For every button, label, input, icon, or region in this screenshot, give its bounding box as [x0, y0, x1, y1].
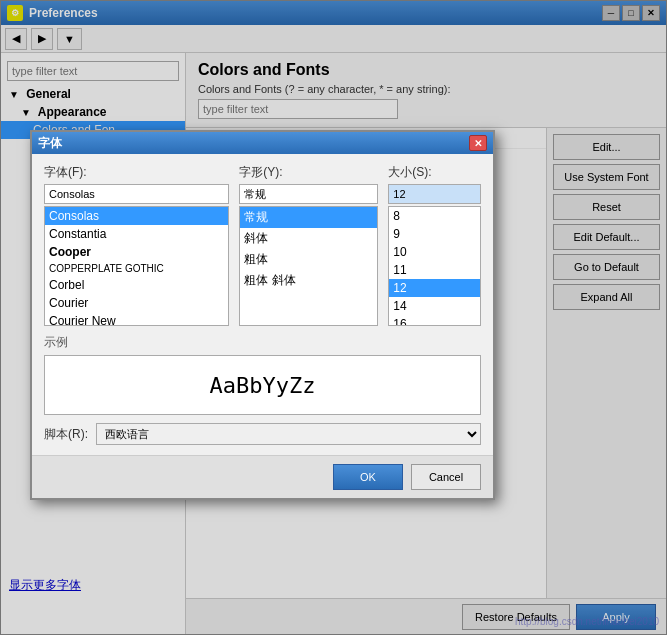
dialog-body: 字体(F): Consolas Constantia Cooper COPPER…: [32, 154, 493, 455]
dialog-title: 字体: [38, 135, 62, 152]
list-item[interactable]: Courier New: [45, 312, 228, 326]
font-size-input[interactable]: [388, 184, 481, 204]
list-item[interactable]: 10: [389, 243, 480, 261]
ok-button[interactable]: OK: [333, 464, 403, 490]
font-style-label: 字形(Y):: [239, 164, 378, 181]
list-item[interactable]: Cooper: [45, 243, 228, 261]
list-item[interactable]: 常规: [240, 207, 377, 228]
font-size-label: 大小(S):: [388, 164, 481, 181]
font-family-column: 字体(F): Consolas Constantia Cooper COPPER…: [44, 164, 229, 326]
font-fields-row: 字体(F): Consolas Constantia Cooper COPPER…: [44, 164, 481, 326]
list-item[interactable]: 14: [389, 297, 480, 315]
list-item[interactable]: 9: [389, 225, 480, 243]
list-item[interactable]: 11: [389, 261, 480, 279]
dialog-overlay: 字体 ✕ 字体(F): Consolas Constantia Cooper C…: [0, 0, 667, 635]
font-style-list[interactable]: 常规 斜体 粗体 粗体 斜体: [239, 206, 378, 326]
font-family-input[interactable]: [44, 184, 229, 204]
preview-label: 示例: [44, 334, 481, 351]
font-size-column: 大小(S): 8 9 10 11 12 14 16: [388, 164, 481, 326]
preview-section: 示例 AaBbYyZz: [44, 334, 481, 415]
font-family-list[interactable]: Consolas Constantia Cooper COPPERPLATE G…: [44, 206, 229, 326]
list-item[interactable]: Consolas: [45, 207, 228, 225]
list-item[interactable]: 斜体: [240, 228, 377, 249]
dialog-title-bar: 字体 ✕: [32, 132, 493, 154]
cancel-button[interactable]: Cancel: [411, 464, 481, 490]
font-family-label: 字体(F):: [44, 164, 229, 181]
list-item[interactable]: Corbel: [45, 276, 228, 294]
list-item[interactable]: 8: [389, 207, 480, 225]
script-section: 脚本(R): 西欧语言: [44, 423, 481, 445]
preview-text: AaBbYyZz: [210, 373, 316, 398]
dialog-footer: OK Cancel: [32, 455, 493, 498]
font-style-input[interactable]: [239, 184, 378, 204]
dialog-close-button[interactable]: ✕: [469, 135, 487, 151]
script-label: 脚本(R):: [44, 426, 88, 443]
script-select[interactable]: 西欧语言: [96, 423, 481, 445]
font-size-list[interactable]: 8 9 10 11 12 14 16: [388, 206, 481, 326]
preview-box: AaBbYyZz: [44, 355, 481, 415]
list-item[interactable]: COPPERPLATE GOTHIC: [45, 261, 228, 276]
list-item[interactable]: 粗体 斜体: [240, 270, 377, 291]
close-icon: ✕: [474, 138, 482, 149]
list-item[interactable]: 16: [389, 315, 480, 326]
font-dialog: 字体 ✕ 字体(F): Consolas Constantia Cooper C…: [30, 130, 495, 500]
font-style-column: 字形(Y): 常规 斜体 粗体 粗体 斜体: [239, 164, 378, 326]
list-item[interactable]: Constantia: [45, 225, 228, 243]
list-item[interactable]: 粗体: [240, 249, 377, 270]
list-item[interactable]: 12: [389, 279, 480, 297]
list-item[interactable]: Courier: [45, 294, 228, 312]
